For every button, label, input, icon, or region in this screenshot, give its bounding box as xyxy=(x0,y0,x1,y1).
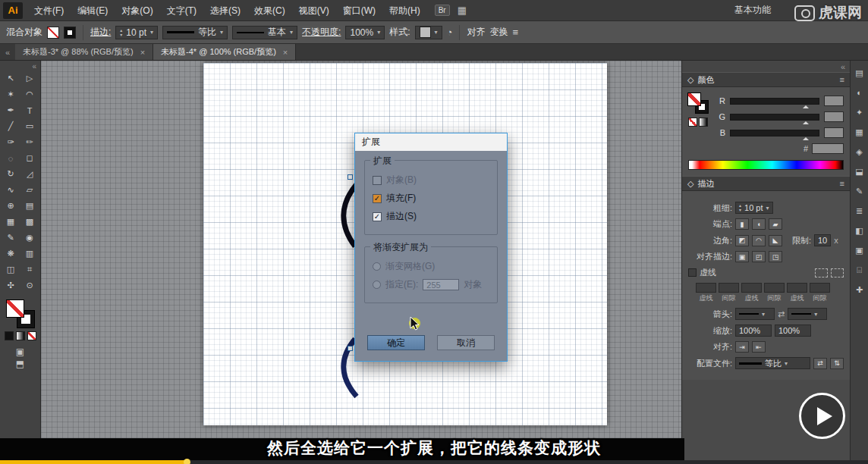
play-button[interactable] xyxy=(799,393,845,439)
recolor-artwork-icon[interactable]: ◔ xyxy=(447,27,453,38)
opacity-label[interactable]: 不透明度: xyxy=(302,26,341,39)
stroke-panel-header[interactable]: ◇ 描边 ≡ xyxy=(682,176,850,191)
panel-icon-symbols[interactable]: ▦ xyxy=(854,126,866,138)
tool-pencil[interactable]: ✏ xyxy=(20,134,39,150)
fill-swatch[interactable] xyxy=(47,27,59,39)
panel-icon-artboards[interactable]: ⌺ xyxy=(854,264,866,276)
panel-icon-color[interactable]: ▤ xyxy=(854,67,866,79)
fill-checkbox[interactable]: ✓ xyxy=(373,194,382,203)
option-fill[interactable]: ✓ 填充(F) xyxy=(373,192,489,205)
tab-untitled-4[interactable]: 未标题-4* @ 100% (RGB/预览) × xyxy=(153,44,296,60)
gap-input[interactable] xyxy=(810,283,830,293)
panel-menu-icon[interactable]: ≡ xyxy=(840,179,844,188)
panel-menu-icon[interactable]: ≡ xyxy=(512,27,518,38)
brush-definition-select[interactable]: 基本 ▾ xyxy=(232,26,297,39)
tool-rectangle[interactable]: ▭ xyxy=(20,118,39,134)
app-logo-icon[interactable]: Ai xyxy=(3,2,23,19)
tool-slice[interactable]: ⌗ xyxy=(20,262,39,277)
style-select[interactable]: ▾ xyxy=(415,26,442,39)
tool-free-transform[interactable]: ▱ xyxy=(20,182,39,198)
red-slider[interactable] xyxy=(730,98,819,105)
tool-paintbrush[interactable]: ✑ xyxy=(2,134,20,150)
gradient-button[interactable] xyxy=(16,331,25,340)
green-slider[interactable] xyxy=(730,114,819,121)
hex-input[interactable] xyxy=(812,143,844,154)
blue-slider[interactable] xyxy=(730,130,819,136)
opacity-select[interactable]: 100% ▾ xyxy=(345,26,385,39)
panel-icon-align[interactable]: ✚ xyxy=(854,284,866,296)
transform-menu[interactable]: 变换 xyxy=(489,26,508,39)
close-icon[interactable]: × xyxy=(283,48,288,57)
menu-effect[interactable]: 效果(C) xyxy=(247,0,292,21)
blue-value-input[interactable] xyxy=(824,127,844,138)
specify-objects-input[interactable]: 255 xyxy=(423,279,459,290)
tool-shape-builder[interactable]: ⊕ xyxy=(2,198,20,214)
none-button[interactable] xyxy=(27,331,36,340)
menu-select[interactable]: 选择(S) xyxy=(203,0,247,21)
color-button[interactable] xyxy=(5,331,14,340)
panel-icon-brushes[interactable]: ✦ xyxy=(854,106,866,118)
tool-blend[interactable]: ◉ xyxy=(20,230,39,246)
arrow-align-end-button[interactable]: ⇤ xyxy=(752,341,766,353)
flip-across-icon[interactable]: ⇄ xyxy=(813,358,827,369)
tool-perspective-grid[interactable]: ▤ xyxy=(20,198,39,214)
tab-untitled-3[interactable]: 未标题-3* @ 88% (RGB/预览) × xyxy=(15,44,153,60)
panel-icon-swatches[interactable]: ◐ xyxy=(854,86,866,99)
option-specify[interactable]: 指定(E): 255 对象 xyxy=(373,278,489,291)
tool-column-graph[interactable]: ▥ xyxy=(20,246,39,262)
tool-hand[interactable]: ✣ xyxy=(2,277,20,293)
tool-lasso[interactable]: ◠ xyxy=(20,86,39,102)
gap-input[interactable] xyxy=(719,283,739,293)
panel-icon-stroke[interactable]: ◈ xyxy=(854,146,866,158)
menu-view[interactable]: 视图(V) xyxy=(292,0,336,21)
flip-along-icon[interactable]: ⇅ xyxy=(830,358,844,369)
tool-direct-selection[interactable]: ▷ xyxy=(20,71,39,86)
black-white-swatch[interactable] xyxy=(699,118,708,127)
corner-round-button[interactable]: ◠ xyxy=(752,235,766,246)
progress-knob[interactable] xyxy=(184,459,190,464)
panel-menu-icon[interactable]: ≡ xyxy=(840,75,844,84)
tool-gradient[interactable]: ▩ xyxy=(20,214,39,230)
collapse-dock-icon[interactable]: « xyxy=(841,62,845,71)
tool-line-segment[interactable]: ╱ xyxy=(2,118,20,134)
tool-scale[interactable]: ◿ xyxy=(20,166,39,182)
object-checkbox[interactable] xyxy=(373,176,382,185)
red-value-input[interactable] xyxy=(824,96,844,106)
stroke-width-select[interactable]: ▴▾ 10 pt ▾ xyxy=(115,26,158,39)
specify-radio[interactable] xyxy=(373,281,381,289)
tool-blob-brush[interactable]: ◌ xyxy=(2,150,20,166)
align-stroke-inside-button[interactable]: ◰ xyxy=(752,251,766,262)
cancel-button[interactable]: 取消 xyxy=(437,335,495,350)
corner-bevel-button[interactable]: ◣ xyxy=(769,235,782,246)
stroke-checkbox[interactable]: ✓ xyxy=(373,212,382,221)
collapse-icon[interactable]: « xyxy=(0,44,15,60)
color-panel-header[interactable]: ◇ 颜色 ≡ xyxy=(682,72,850,87)
close-icon[interactable]: × xyxy=(140,48,145,57)
arrowhead-end-select[interactable]: ▾ xyxy=(788,308,827,320)
option-stroke[interactable]: ✓ 描边(S) xyxy=(373,210,489,223)
cap-butt-button[interactable]: ▮ xyxy=(735,218,749,230)
menu-type[interactable]: 文字(T) xyxy=(160,0,203,21)
color-spectrum-bar[interactable] xyxy=(688,160,844,170)
dash-input[interactable] xyxy=(787,283,807,293)
menu-help[interactable]: 帮助(H) xyxy=(382,0,427,21)
swap-arrowheads-icon[interactable]: ⇄ xyxy=(778,309,785,319)
gap-input[interactable] xyxy=(764,283,785,293)
video-progress-bar[interactable] xyxy=(0,460,868,464)
stepper-icon[interactable]: ▴▾ xyxy=(739,203,741,212)
selection-handle[interactable] xyxy=(348,346,353,351)
none-swatch[interactable] xyxy=(688,118,697,127)
panel-icon-transparency[interactable]: ✎ xyxy=(854,185,866,197)
panel-icon-gradient[interactable]: ⬓ xyxy=(854,165,866,177)
cap-round-button[interactable]: ◖ xyxy=(752,218,766,230)
arrange-documents-icon[interactable]: ▦ xyxy=(458,5,467,16)
tool-type[interactable]: T xyxy=(20,102,39,118)
gradient-mesh-radio[interactable] xyxy=(373,262,381,271)
arrow-scale-end-input[interactable]: 100% xyxy=(775,324,811,337)
tool-width[interactable]: ∿ xyxy=(2,182,20,198)
option-object[interactable]: 对象(B) xyxy=(373,174,489,187)
panel-icon-layers[interactable]: ▣ xyxy=(854,244,866,256)
stepper-icon[interactable]: ▴▾ xyxy=(120,28,122,37)
corner-miter-button[interactable]: ◩ xyxy=(735,235,749,246)
tool-selection[interactable]: ↖ xyxy=(2,71,20,86)
